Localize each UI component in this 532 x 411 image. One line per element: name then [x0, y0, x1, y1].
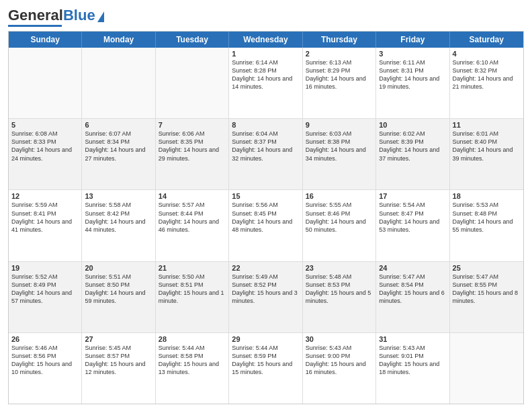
- calendar-cell-empty-0-0: [9, 48, 82, 118]
- day-number: 26: [11, 335, 79, 343]
- calendar-cell-30: 30Sunrise: 5:43 AM Sunset: 9:00 PM Dayli…: [303, 333, 376, 404]
- calendar-cell-18: 18Sunrise: 5:53 AM Sunset: 8:48 PM Dayli…: [450, 190, 523, 261]
- day-info: Sunrise: 5:51 AM Sunset: 8:50 PM Dayligh…: [85, 273, 145, 304]
- day-number: 15: [232, 192, 299, 200]
- day-number: 30: [306, 335, 373, 343]
- calendar-cell-16: 16Sunrise: 5:55 AM Sunset: 8:46 PM Dayli…: [303, 190, 376, 261]
- day-number: 16: [306, 192, 373, 200]
- logo: General Blue: [8, 7, 104, 27]
- calendar-cell-empty-0-1: [82, 48, 155, 118]
- calendar-cell-8: 8Sunrise: 6:04 AM Sunset: 8:37 PM Daylig…: [229, 119, 302, 189]
- day-number: 12: [11, 192, 79, 200]
- calendar-cell-14: 14Sunrise: 5:57 AM Sunset: 8:44 PM Dayli…: [156, 190, 229, 261]
- day-header-saturday: Saturday: [450, 32, 523, 48]
- day-info: Sunrise: 5:44 AM Sunset: 8:59 PM Dayligh…: [232, 345, 292, 375]
- day-info: Sunrise: 5:52 AM Sunset: 8:49 PM Dayligh…: [11, 273, 72, 304]
- calendar-cell-5: 5Sunrise: 6:08 AM Sunset: 8:33 PM Daylig…: [9, 119, 82, 189]
- day-info: Sunrise: 5:47 AM Sunset: 8:55 PM Dayligh…: [453, 273, 519, 304]
- day-number: 9: [306, 121, 373, 129]
- day-info: Sunrise: 5:54 AM Sunset: 8:47 PM Dayligh…: [379, 201, 439, 232]
- calendar-cell-29: 29Sunrise: 5:44 AM Sunset: 8:59 PM Dayli…: [229, 333, 302, 404]
- day-info: Sunrise: 6:04 AM Sunset: 8:37 PM Dayligh…: [232, 130, 292, 161]
- day-info: Sunrise: 5:58 AM Sunset: 8:42 PM Dayligh…: [85, 201, 145, 232]
- day-info: Sunrise: 6:14 AM Sunset: 8:28 PM Dayligh…: [232, 59, 292, 90]
- day-number: 19: [11, 264, 79, 272]
- calendar: SundayMondayTuesdayWednesdayThursdayFrid…: [8, 31, 524, 404]
- calendar-cell-22: 22Sunrise: 5:49 AM Sunset: 8:52 PM Dayli…: [229, 262, 302, 332]
- day-info: Sunrise: 5:55 AM Sunset: 8:46 PM Dayligh…: [306, 201, 366, 232]
- day-info: Sunrise: 5:50 AM Sunset: 8:51 PM Dayligh…: [159, 273, 224, 304]
- day-number: 17: [379, 192, 446, 200]
- day-number: 5: [11, 121, 79, 129]
- day-header-thursday: Thursday: [303, 32, 376, 48]
- day-number: 11: [453, 121, 521, 129]
- calendar-cell-2: 2Sunrise: 6:13 AM Sunset: 8:29 PM Daylig…: [303, 48, 376, 118]
- day-info: Sunrise: 5:57 AM Sunset: 8:44 PM Dayligh…: [159, 201, 219, 232]
- day-number: 3: [379, 50, 446, 58]
- day-info: Sunrise: 6:11 AM Sunset: 8:31 PM Dayligh…: [379, 59, 439, 90]
- day-number: 24: [379, 264, 446, 272]
- day-number: 1: [232, 50, 299, 58]
- calendar-cell-26: 26Sunrise: 5:46 AM Sunset: 8:56 PM Dayli…: [9, 333, 82, 404]
- calendar-cell-24: 24Sunrise: 5:47 AM Sunset: 8:54 PM Dayli…: [376, 262, 449, 332]
- day-number: 20: [85, 264, 152, 272]
- calendar-cell-7: 7Sunrise: 6:06 AM Sunset: 8:35 PM Daylig…: [156, 119, 229, 189]
- calendar-cell-28: 28Sunrise: 5:44 AM Sunset: 8:58 PM Dayli…: [156, 333, 229, 404]
- day-number: 22: [232, 264, 299, 272]
- calendar-cell-17: 17Sunrise: 5:54 AM Sunset: 8:47 PM Dayli…: [376, 190, 449, 261]
- calendar-cell-4: 4Sunrise: 6:10 AM Sunset: 8:32 PM Daylig…: [450, 48, 523, 118]
- logo-general: General: [8, 7, 63, 24]
- calendar-cell-empty-0-2: [156, 48, 229, 118]
- calendar-row-1: 5Sunrise: 6:08 AM Sunset: 8:33 PM Daylig…: [9, 119, 523, 190]
- day-header-wednesday: Wednesday: [229, 32, 302, 48]
- calendar-cell-19: 19Sunrise: 5:52 AM Sunset: 8:49 PM Dayli…: [9, 262, 82, 332]
- day-info: Sunrise: 5:53 AM Sunset: 8:48 PM Dayligh…: [453, 201, 513, 232]
- calendar-cell-23: 23Sunrise: 5:48 AM Sunset: 8:53 PM Dayli…: [303, 262, 376, 332]
- day-number: 6: [85, 121, 152, 129]
- day-number: 14: [159, 192, 226, 200]
- day-number: 2: [306, 50, 373, 58]
- calendar-body: 1Sunrise: 6:14 AM Sunset: 8:28 PM Daylig…: [9, 48, 523, 404]
- calendar-cell-25: 25Sunrise: 5:47 AM Sunset: 8:55 PM Dayli…: [450, 262, 523, 332]
- calendar-cell-21: 21Sunrise: 5:50 AM Sunset: 8:51 PM Dayli…: [156, 262, 229, 332]
- header: General Blue: [8, 7, 524, 27]
- calendar-cell-20: 20Sunrise: 5:51 AM Sunset: 8:50 PM Dayli…: [82, 262, 155, 332]
- calendar-row-0: 1Sunrise: 6:14 AM Sunset: 8:28 PM Daylig…: [9, 48, 523, 119]
- calendar-row-2: 12Sunrise: 5:59 AM Sunset: 8:41 PM Dayli…: [9, 190, 523, 261]
- day-header-monday: Monday: [82, 32, 155, 48]
- day-number: 23: [306, 264, 373, 272]
- day-number: 29: [232, 335, 299, 343]
- day-number: 18: [453, 192, 521, 200]
- day-number: 7: [159, 121, 226, 129]
- day-info: Sunrise: 5:43 AM Sunset: 9:00 PM Dayligh…: [306, 345, 366, 375]
- day-info: Sunrise: 6:10 AM Sunset: 8:32 PM Dayligh…: [453, 59, 513, 90]
- day-info: Sunrise: 5:59 AM Sunset: 8:41 PM Dayligh…: [11, 201, 72, 232]
- day-info: Sunrise: 5:47 AM Sunset: 8:54 PM Dayligh…: [379, 273, 445, 304]
- day-number: 25: [453, 264, 521, 272]
- calendar-cell-11: 11Sunrise: 6:01 AM Sunset: 8:40 PM Dayli…: [450, 119, 523, 189]
- day-info: Sunrise: 5:56 AM Sunset: 8:45 PM Dayligh…: [232, 201, 292, 232]
- day-number: 8: [232, 121, 299, 129]
- day-info: Sunrise: 5:45 AM Sunset: 8:57 PM Dayligh…: [85, 345, 145, 375]
- day-info: Sunrise: 6:02 AM Sunset: 8:39 PM Dayligh…: [379, 130, 439, 161]
- day-info: Sunrise: 6:06 AM Sunset: 8:35 PM Dayligh…: [159, 130, 219, 161]
- logo-blue: Blue: [63, 7, 95, 24]
- page: General Blue SundayMondayTuesdayWednesda…: [0, 0, 532, 411]
- day-info: Sunrise: 5:49 AM Sunset: 8:52 PM Dayligh…: [232, 273, 298, 304]
- calendar-header: SundayMondayTuesdayWednesdayThursdayFrid…: [9, 32, 523, 48]
- day-info: Sunrise: 5:43 AM Sunset: 9:01 PM Dayligh…: [379, 345, 439, 375]
- calendar-cell-empty-4-6: [450, 333, 523, 404]
- calendar-cell-9: 9Sunrise: 6:03 AM Sunset: 8:38 PM Daylig…: [303, 119, 376, 189]
- day-info: Sunrise: 5:46 AM Sunset: 8:56 PM Dayligh…: [11, 345, 72, 375]
- calendar-cell-15: 15Sunrise: 5:56 AM Sunset: 8:45 PM Dayli…: [229, 190, 302, 261]
- logo-triangle-icon: [97, 11, 104, 22]
- day-info: Sunrise: 6:08 AM Sunset: 8:33 PM Dayligh…: [11, 130, 72, 161]
- calendar-cell-1: 1Sunrise: 6:14 AM Sunset: 8:28 PM Daylig…: [229, 48, 302, 118]
- day-number: 27: [85, 335, 152, 343]
- day-number: 21: [159, 264, 226, 272]
- day-info: Sunrise: 5:44 AM Sunset: 8:58 PM Dayligh…: [159, 345, 219, 375]
- calendar-row-4: 26Sunrise: 5:46 AM Sunset: 8:56 PM Dayli…: [9, 333, 523, 404]
- calendar-cell-27: 27Sunrise: 5:45 AM Sunset: 8:57 PM Dayli…: [82, 333, 155, 404]
- logo-underline: [8, 25, 62, 27]
- day-number: 13: [85, 192, 152, 200]
